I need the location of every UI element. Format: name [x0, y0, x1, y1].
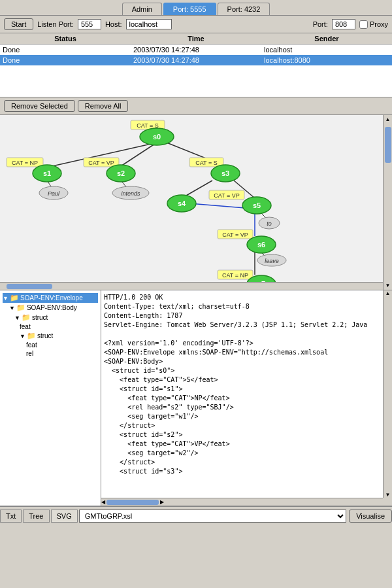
graph-h-scrollbar[interactable] — [0, 282, 383, 290]
svg-text:intends: intends — [121, 190, 140, 197]
graph-scrollbar[interactable]: ▲ ▼ — [383, 115, 392, 290]
col-status: Status — [0, 35, 131, 43]
proxy-checkbox[interactable] — [359, 20, 368, 29]
svg-text:CAT = VP: CAT = VP — [222, 232, 248, 238]
listen-port-label: Listen Port: — [37, 20, 74, 28]
visualise-button[interactable]: Visualise — [349, 510, 392, 523]
folder-icon: 📁 — [27, 332, 36, 340]
tree-item-label: feat — [26, 341, 37, 349]
scroll-up-arrow[interactable]: ▲ — [384, 115, 392, 124]
remove-selected-button[interactable]: Remove Selected — [4, 100, 75, 112]
row0-sender: localhost — [261, 45, 392, 54]
row1-time: 2003/07/30 14:27:48 — [131, 56, 261, 65]
text-scroll-right[interactable]: ▶ — [160, 499, 164, 505]
svg-text:CAT = VP: CAT = VP — [214, 192, 239, 199]
scroll-down-arrow[interactable]: ▼ — [384, 281, 392, 290]
text-scrollbar-v[interactable]: ▲ ▼ — [383, 290, 392, 498]
toolbar: Start Listen Port: Host: Port: Proxy — [0, 16, 392, 33]
svg-text:s0: s0 — [153, 133, 161, 141]
action-bar: Remove Selected Remove All — [0, 97, 392, 115]
tab-bar: Admin Port: 5555 Port: 4232 — [0, 0, 392, 16]
tree-item-label: SOAP-ENV:Envelope — [20, 294, 83, 302]
tab-admin[interactable]: Admin — [122, 3, 162, 15]
folder-icon: 📁 — [10, 294, 19, 302]
tab-txt[interactable]: Txt — [0, 510, 22, 523]
row1-status: Done — [0, 56, 131, 65]
graph-svg: CAT = S CAT = NP CAT = VP CAT = S CAT = … — [0, 115, 376, 290]
svg-text:s6: s6 — [257, 241, 265, 249]
table-header: Status Time Sender — [0, 33, 392, 44]
table-row[interactable]: Done 2003/07/30 14:27:48 localhost — [0, 44, 392, 55]
host-label: Host: — [105, 20, 122, 28]
code-content: HTTP/1.0 200 OK Content-Type: text/xml; … — [101, 290, 383, 506]
text-scroll-up[interactable]: ▲ — [385, 290, 391, 296]
tree-item-rel[interactable]: rel — [3, 349, 98, 358]
remove-all-button[interactable]: Remove All — [78, 100, 129, 112]
tab-tree[interactable]: Tree — [23, 510, 49, 523]
tree-item-feat1[interactable]: feat — [3, 322, 98, 331]
svg-text:s2: s2 — [117, 169, 125, 177]
proxy-label: Proxy — [370, 20, 388, 28]
file-select[interactable]: GMTtoGRP.xsl — [79, 510, 346, 523]
proxy-checkbox-row: Proxy — [359, 20, 388, 29]
tab-port5555[interactable]: Port: 5555 — [163, 3, 216, 15]
tree-item-feat2[interactable]: feat — [3, 341, 98, 349]
table-row[interactable]: Done 2003/07/30 14:27:48 localhost:8080 — [0, 55, 392, 65]
bottom-panel: ▼ 📁 SOAP-ENV:Envelope ▼ 📁 SOAP-ENV:Body … — [0, 290, 392, 506]
scroll-thumb-horizontal[interactable] — [7, 284, 52, 289]
tree-item-label: struct — [32, 314, 48, 321]
svg-text:CAT = NP: CAT = NP — [222, 272, 248, 279]
tree-item-label: feat — [20, 323, 31, 330]
text-scroll-track — [385, 296, 391, 492]
tab-svg[interactable]: SVG — [51, 510, 78, 523]
svg-text:s3: s3 — [221, 169, 229, 177]
expand-arrow: ▼ — [20, 333, 25, 339]
svg-text:CAT = VP: CAT = VP — [88, 160, 114, 166]
port-input[interactable] — [332, 19, 355, 29]
svg-text:CAT = NP: CAT = NP — [12, 160, 38, 166]
row0-time: 2003/07/30 14:27:48 — [131, 45, 261, 54]
folder-icon: 📁 — [22, 313, 31, 322]
svg-text:s5: s5 — [253, 201, 261, 209]
tree-item-label: struct — [37, 332, 53, 339]
text-scroll-down[interactable]: ▼ — [385, 492, 391, 498]
text-scrollbar-h[interactable]: ◀ ▶ — [101, 498, 383, 506]
col-time: Time — [131, 35, 261, 43]
host-input[interactable] — [126, 19, 172, 29]
row1-sender: localhost:8080 — [261, 56, 392, 65]
listen-port-input[interactable] — [78, 19, 101, 29]
col-sender: Sender — [261, 35, 392, 43]
port-label: Port: — [313, 20, 328, 28]
table-empty-space — [0, 65, 392, 97]
expand-arrow: ▼ — [3, 295, 8, 302]
expand-arrow: ▼ — [14, 315, 20, 321]
start-button[interactable]: Start — [4, 18, 33, 30]
svg-text:s4: s4 — [178, 199, 186, 207]
svg-line-1 — [121, 143, 157, 166]
tab-port4232[interactable]: Port: 4232 — [218, 3, 270, 15]
tree-item-label: rel — [26, 350, 33, 357]
svg-text:s1: s1 — [43, 169, 51, 177]
tree-item-envelope[interactable]: ▼ 📁 SOAP-ENV:Envelope — [3, 293, 98, 303]
tree-item-struct1[interactable]: ▼ 📁 struct — [3, 313, 98, 322]
expand-arrow: ▼ — [9, 305, 15, 311]
svg-text:Paul: Paul — [48, 190, 60, 197]
row0-status: Done — [0, 45, 131, 54]
tree-item-body[interactable]: ▼ 📁 SOAP-ENV:Body — [3, 303, 98, 313]
svg-line-6 — [189, 203, 245, 208]
text-scroll-left[interactable]: ◀ — [101, 499, 105, 505]
graph-area: CAT = S CAT = NP CAT = VP CAT = S CAT = … — [0, 115, 392, 290]
tree-panel: ▼ 📁 SOAP-ENV:Envelope ▼ 📁 SOAP-ENV:Body … — [0, 290, 101, 506]
tree-item-label: SOAP-ENV:Body — [27, 304, 77, 311]
scroll-thumb-vertical[interactable] — [385, 127, 391, 163]
folder-icon: 📁 — [16, 303, 25, 312]
svg-text:to: to — [267, 220, 272, 227]
svg-text:leave: leave — [265, 258, 279, 264]
svg-text:CAT = S: CAT = S — [195, 160, 217, 166]
request-table: Status Time Sender Done 2003/07/30 14:27… — [0, 33, 392, 97]
tree-item-struct2[interactable]: ▼ 📁 struct — [3, 331, 98, 341]
text-panel-container: HTTP/1.0 200 OK Content-Type: text/xml; … — [101, 290, 392, 506]
text-h-thumb[interactable] — [106, 500, 159, 505]
bottom-bar: Txt Tree SVG GMTtoGRP.xsl Visualise — [0, 506, 392, 525]
